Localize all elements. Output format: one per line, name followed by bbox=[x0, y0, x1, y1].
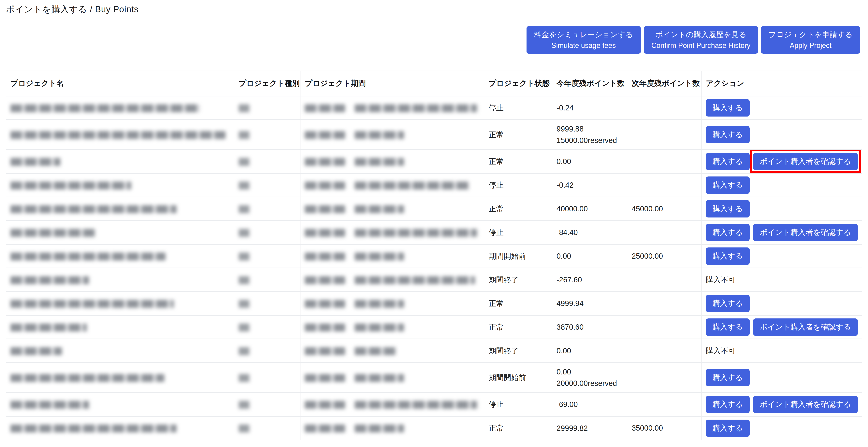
action-cell: 購入する bbox=[702, 244, 862, 268]
project-type-redacted bbox=[239, 253, 249, 260]
buy-button[interactable]: 購入する bbox=[706, 396, 750, 413]
project-name-redacted bbox=[10, 253, 165, 260]
confirm-point-purchasers-button[interactable]: ポイント購入者を確認する bbox=[753, 153, 858, 170]
action-buttons: 購入する bbox=[706, 99, 858, 117]
project-type-redacted bbox=[239, 424, 249, 433]
table-row: 期間開始前0.0025000.00購入する bbox=[6, 244, 862, 268]
project-name-cell bbox=[6, 315, 235, 339]
action-cell: 購入する bbox=[702, 173, 862, 197]
project-status-cell: 期間開始前 bbox=[484, 362, 552, 392]
points-value: 40000.00 bbox=[557, 203, 623, 215]
points-value: 3870.60 bbox=[557, 321, 623, 333]
action-buttons: 購入するポイント購入者を確認する bbox=[706, 153, 858, 170]
action-cell: 購入する bbox=[702, 292, 862, 315]
points-this-year-cell: 0.0020000.00reserved bbox=[552, 362, 627, 392]
project-type-redacted bbox=[239, 158, 249, 166]
points-next-year-cell bbox=[627, 392, 702, 416]
table-row: 期間終了0.00購入不可 bbox=[6, 339, 862, 362]
simulate-usage-fees-button[interactable]: 料金をシミュレーションする Simulate usage fees bbox=[527, 26, 641, 54]
project-type-redacted bbox=[239, 276, 249, 284]
confirm-point-purchasers-button[interactable]: ポイント購入者を確認する bbox=[753, 396, 858, 413]
project-period-start-redacted bbox=[305, 229, 345, 237]
points-value: -69.00 bbox=[557, 399, 623, 410]
project-period-start-redacted bbox=[305, 182, 345, 190]
project-name-redacted bbox=[10, 158, 60, 166]
project-type-redacted bbox=[239, 347, 249, 355]
buy-button[interactable]: 購入する bbox=[706, 248, 750, 265]
buy-button[interactable]: 購入する bbox=[706, 177, 750, 194]
project-name-redacted bbox=[10, 229, 95, 237]
table-row: 期間開始前0.0020000.00reserved購入する bbox=[6, 362, 862, 392]
project-type-redacted bbox=[239, 104, 249, 112]
points-next-year-cell: 35000.00 bbox=[627, 416, 702, 440]
project-status-cell: 停止 bbox=[484, 173, 552, 197]
project-period-cell bbox=[301, 315, 484, 339]
buy-button[interactable]: 購入する bbox=[706, 224, 750, 241]
project-name-cell bbox=[6, 120, 235, 150]
not-purchasable-label: 購入不可 bbox=[706, 347, 736, 355]
project-period-end-redacted bbox=[355, 401, 477, 409]
action-cell: 購入する bbox=[702, 416, 862, 440]
action-buttons: 購入する bbox=[706, 200, 858, 218]
project-period-cell bbox=[301, 244, 484, 268]
col-header-points-next-year: 次年度残ポイント数 bbox=[627, 71, 702, 96]
table-row: 停止-0.24購入する bbox=[6, 96, 862, 120]
buy-button[interactable]: 購入する bbox=[706, 420, 750, 437]
col-header-action: アクション bbox=[702, 71, 862, 96]
project-period-cell bbox=[301, 96, 484, 120]
project-name-cell bbox=[6, 244, 235, 268]
action-buttons: 購入するポイント購入者を確認する bbox=[706, 224, 858, 241]
project-name-cell bbox=[6, 197, 235, 221]
purchase-history-label-en: Confirm Point Purchase History bbox=[651, 40, 750, 51]
project-status-cell: 正常 bbox=[484, 197, 552, 221]
project-period-end-redacted bbox=[355, 276, 475, 284]
project-type-cell bbox=[235, 392, 301, 416]
apply-project-button[interactable]: プロジェクトを申請する Apply Project bbox=[761, 26, 860, 54]
project-type-redacted bbox=[239, 374, 249, 382]
buy-button[interactable]: 購入する bbox=[706, 99, 750, 117]
buy-button[interactable]: 購入する bbox=[706, 318, 750, 336]
project-name-redacted bbox=[10, 205, 177, 213]
project-period-end-redacted bbox=[355, 205, 404, 213]
project-name-redacted bbox=[10, 374, 164, 382]
project-period-cell bbox=[301, 197, 484, 221]
points-next-year-cell bbox=[627, 120, 702, 150]
points-value: 0.00 bbox=[557, 156, 623, 167]
action-cell: 購入する bbox=[702, 197, 862, 221]
points-next-year-cell bbox=[627, 150, 702, 173]
project-name-redacted bbox=[10, 347, 62, 355]
project-name-redacted bbox=[10, 424, 177, 433]
action-cell: 購入するポイント購入者を確認する bbox=[702, 150, 862, 173]
projects-points-table: プロジェクト名 プロジェクト種別 プロジェクト期間 プロジェクト状態 今年度残ポ… bbox=[6, 71, 862, 440]
confirm-point-purchasers-button[interactable]: ポイント購入者を確認する bbox=[753, 318, 858, 336]
buy-button[interactable]: 購入する bbox=[706, 295, 750, 312]
project-status-cell: 正常 bbox=[484, 150, 552, 173]
points-value: 0.00 bbox=[557, 345, 623, 356]
project-name-redacted bbox=[10, 300, 174, 308]
points-value: 15000.00reserved bbox=[557, 135, 623, 146]
project-type-cell bbox=[235, 244, 301, 268]
buy-button[interactable]: 購入する bbox=[706, 369, 750, 386]
points-this-year-cell: -0.42 bbox=[552, 173, 627, 197]
project-name-redacted bbox=[10, 401, 89, 409]
points-value: -267.60 bbox=[557, 274, 623, 286]
target-highlight-annotation: ポイント購入者を確認する bbox=[750, 150, 861, 173]
table-row: 正常0.00購入するポイント購入者を確認する bbox=[6, 150, 862, 173]
apply-project-label-en: Apply Project bbox=[769, 40, 852, 51]
project-type-cell bbox=[235, 120, 301, 150]
buy-button[interactable]: 購入する bbox=[706, 200, 750, 218]
buy-button[interactable]: 購入する bbox=[706, 153, 750, 170]
points-value: 29999.82 bbox=[557, 422, 623, 434]
col-header-project-name: プロジェクト名 bbox=[6, 71, 235, 96]
project-period-cell bbox=[301, 392, 484, 416]
project-name-cell bbox=[6, 392, 235, 416]
project-period-start-redacted bbox=[305, 374, 345, 382]
project-period-start-redacted bbox=[305, 276, 345, 284]
buy-button[interactable]: 購入する bbox=[706, 126, 750, 143]
project-type-cell bbox=[235, 96, 301, 120]
toolbar: 料金をシミュレーションする Simulate usage fees ポイントの購… bbox=[0, 26, 860, 54]
purchase-history-button[interactable]: ポイントの購入履歴を見る Confirm Point Purchase Hist… bbox=[644, 26, 758, 54]
points-this-year-cell: 0.00 bbox=[552, 244, 627, 268]
confirm-point-purchasers-button[interactable]: ポイント購入者を確認する bbox=[753, 224, 858, 241]
points-next-year-cell bbox=[627, 96, 702, 120]
